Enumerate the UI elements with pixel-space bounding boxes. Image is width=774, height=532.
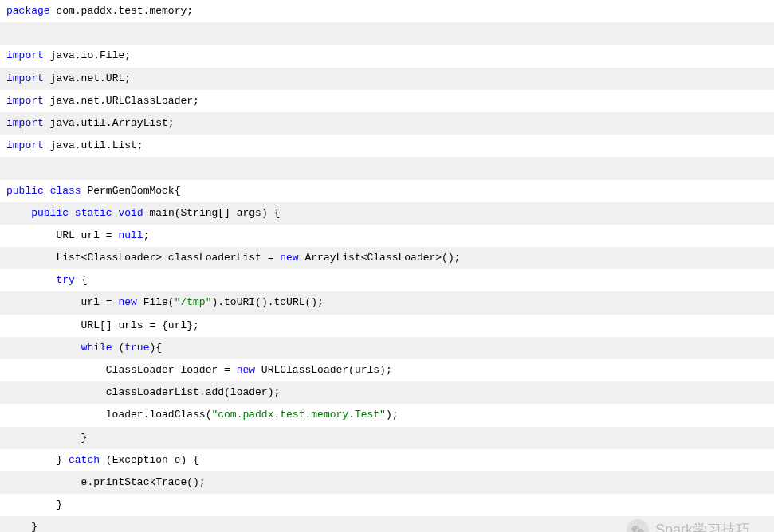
code-segment: true — [124, 341, 149, 355]
code-segment: main(String[] args) { — [143, 206, 281, 221]
code-segment: List<ClassLoader> classLoaderList = — [6, 251, 280, 265]
code-segment: ){ — [149, 341, 162, 355]
code-segment — [69, 206, 75, 221]
code-segment: static — [75, 206, 112, 221]
code-segment: URL[] urls = {url}; — [6, 319, 199, 333]
code-segment: import — [6, 72, 44, 86]
code-segment — [6, 273, 56, 288]
code-line: import java.util.ArrayList; — [0, 112, 774, 135]
code-segment: new — [280, 251, 298, 265]
code-segment: URLClassLoader(urls); — [255, 363, 392, 377]
code-segment: "/tmp" — [175, 295, 212, 310]
code-segment: import — [6, 49, 44, 63]
code-segment — [112, 206, 119, 221]
code-segment: java.util.List; — [44, 139, 143, 153]
code-segment: { — [75, 273, 88, 288]
code-line: import java.net.URLClassLoader; — [0, 90, 774, 112]
code-line: public static void main(String[] args) { — [0, 202, 774, 225]
code-line: public class PermGenOomMock{ — [0, 180, 774, 202]
code-segment: } — [6, 453, 69, 467]
code-segment: while — [81, 341, 112, 355]
code-line: e.printStackTrace(); — [0, 471, 774, 494]
code-segment — [6, 206, 31, 221]
code-line: package com.paddx.test.memory; — [0, 0, 774, 22]
code-line: } — [0, 494, 774, 516]
code-line: import java.util.List; — [0, 135, 774, 157]
code-line — [0, 157, 774, 179]
code-segment: try — [56, 273, 74, 288]
code-segment: java.net.URL; — [44, 72, 131, 86]
code-segment: } — [6, 431, 87, 445]
code-segment: new — [237, 363, 255, 377]
code-segment: } — [6, 498, 62, 512]
code-segment: ; — [143, 229, 150, 243]
code-line: List<ClassLoader> classLoaderList = new … — [0, 247, 774, 269]
code-line: import java.net.URL; — [0, 68, 774, 90]
code-segment: new — [118, 295, 136, 310]
code-segment: URL url = — [6, 229, 118, 243]
code-segment: import — [6, 94, 44, 108]
code-segment: class — [50, 184, 81, 198]
code-segment: e.printStackTrace(); — [6, 475, 206, 490]
code-segment: classLoaderList.add(loader); — [6, 385, 280, 400]
watermark-text: Spark学习技巧 — [655, 520, 750, 532]
code-line: URL[] urls = {url}; — [0, 315, 774, 337]
code-line: while (true){ — [0, 337, 774, 359]
code-segment: PermGenOomMock{ — [81, 184, 181, 198]
watermark: Spark学习技巧 — [627, 519, 750, 532]
code-line: import java.io.File; — [0, 45, 774, 67]
code-segment: java.net.URLClassLoader; — [44, 94, 199, 108]
code-segment: ClassLoader loader = — [6, 363, 237, 377]
code-segment: ( — [112, 341, 125, 355]
code-segment: ); — [386, 408, 399, 422]
code-segment: null — [118, 229, 143, 243]
code-line: loader.loadClass("com.paddx.test.memory.… — [0, 404, 774, 426]
code-segment: File( — [137, 295, 175, 310]
code-segment: loader.loadClass( — [6, 408, 211, 422]
code-segment: java.io.File; — [44, 49, 131, 63]
code-line: ClassLoader loader = new URLClassLoader(… — [0, 359, 774, 381]
code-segment: (Exception e) { — [100, 453, 199, 467]
code-line: try { — [0, 269, 774, 291]
code-segment: import — [6, 139, 44, 153]
code-segment: public — [31, 206, 69, 221]
code-segment: java.util.ArrayList; — [44, 116, 175, 131]
code-container: package com.paddx.test.memory; import ja… — [0, 0, 774, 532]
code-segment: package — [6, 4, 50, 18]
code-line: URL url = null; — [0, 225, 774, 247]
code-line: } — [0, 427, 774, 449]
code-segment: public — [6, 184, 44, 198]
code-segment: import — [6, 116, 44, 131]
code-segment: catch — [69, 453, 100, 467]
code-segment: } — [6, 520, 37, 532]
code-line: } catch (Exception e) { — [0, 449, 774, 471]
code-segment: "com.paddx.test.memory.Test" — [211, 408, 385, 422]
wechat-icon — [627, 519, 649, 532]
code-segment: com.paddx.test.memory; — [50, 4, 193, 18]
code-segment: url = — [6, 295, 118, 310]
code-segment — [44, 184, 50, 198]
code-segment: ).toURI().toURL(); — [211, 295, 323, 310]
code-segment: void — [118, 206, 143, 221]
code-line: classLoaderList.add(loader); — [0, 381, 774, 404]
code-segment: ArrayList<ClassLoader>(); — [299, 251, 461, 265]
code-line — [0, 22, 774, 45]
code-segment — [6, 341, 81, 355]
code-line: url = new File("/tmp").toURI().toURL(); — [0, 291, 774, 314]
